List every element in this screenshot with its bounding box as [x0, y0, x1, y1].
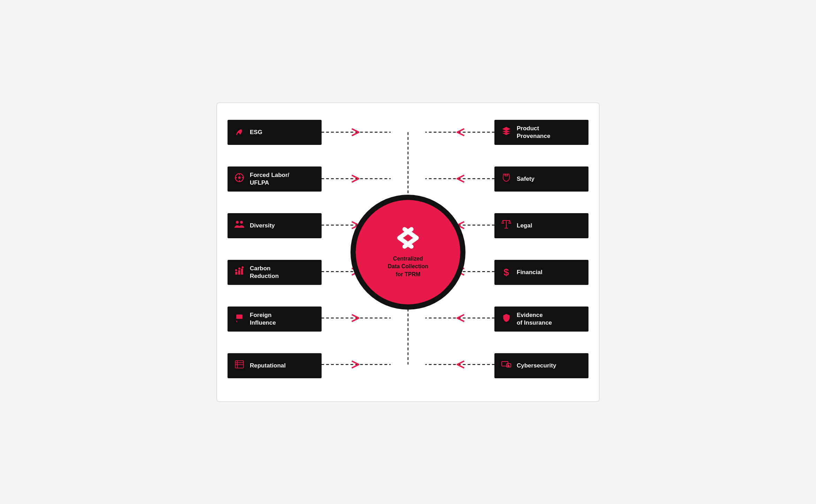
reputational-label: Reputational [250, 362, 286, 369]
reputational-icon [234, 359, 245, 372]
safety-label: Safety [517, 175, 534, 183]
forced-labor-label: Forced Labor/ UFLPA [250, 171, 289, 186]
svg-point-26 [238, 267, 240, 270]
svg-point-25 [235, 269, 237, 271]
esg-label: ESG [250, 129, 262, 136]
card-foreign: Foreign Influence [228, 307, 322, 332]
svg-rect-29 [236, 315, 242, 319]
evidence-label: Evidence of Insurance [517, 311, 552, 326]
card-financial: $ Financial [494, 260, 588, 285]
center-circle-inner: Centralized Data Collection for TPRM [356, 200, 460, 304]
card-legal: Legal [494, 213, 588, 238]
diversity-icon [234, 219, 245, 232]
diversity-label: Diversity [250, 222, 275, 229]
card-carbon: Carbon Reduction [228, 260, 322, 285]
card-safety: Safety [494, 166, 588, 192]
card-reputational: Reputational [228, 353, 322, 378]
svg-rect-30 [236, 321, 237, 322]
center-circle-outer: Centralized Data Collection for TPRM [351, 195, 465, 310]
svg-point-21 [240, 221, 243, 224]
card-esg: ESG [228, 120, 322, 145]
card-forced-labor: Forced Labor/ UFLPA [228, 166, 322, 192]
card-diversity: Diversity [228, 213, 322, 238]
center-logo [392, 226, 424, 251]
svg-rect-22 [235, 272, 237, 274]
svg-rect-23 [238, 270, 240, 275]
safety-icon [501, 173, 512, 185]
legal-label: Legal [517, 222, 532, 229]
legal-icon [501, 219, 512, 232]
foreign-icon [234, 313, 245, 325]
card-cybersecurity: Cybersecurity [494, 353, 588, 378]
product-label: Product Provenance [517, 125, 550, 140]
card-evidence: Evidence of Insurance [494, 307, 588, 332]
svg-rect-24 [241, 269, 243, 275]
carbon-label: Carbon Reduction [250, 265, 279, 280]
forced-labor-icon [234, 173, 245, 185]
svg-rect-47 [508, 365, 509, 367]
financial-icon: $ [501, 267, 512, 278]
svg-point-15 [238, 177, 241, 179]
card-product: Product Provenance [494, 120, 588, 145]
svg-point-20 [236, 221, 239, 224]
evidence-icon [501, 313, 512, 325]
diagram-container: ESG Forced Labor/ UFLPA Diversity Carbon… [216, 102, 600, 402]
foreign-label: Foreign Influence [250, 311, 276, 326]
financial-label: Financial [517, 269, 542, 276]
svg-point-27 [241, 266, 244, 269]
cybersecurity-label: Cybersecurity [517, 362, 556, 369]
esg-icon [234, 126, 245, 138]
carbon-icon [234, 266, 245, 278]
cybersecurity-icon [501, 359, 512, 372]
center-title: Centralized Data Collection for TPRM [388, 255, 428, 278]
product-icon [501, 126, 512, 138]
svg-rect-31 [235, 361, 243, 368]
